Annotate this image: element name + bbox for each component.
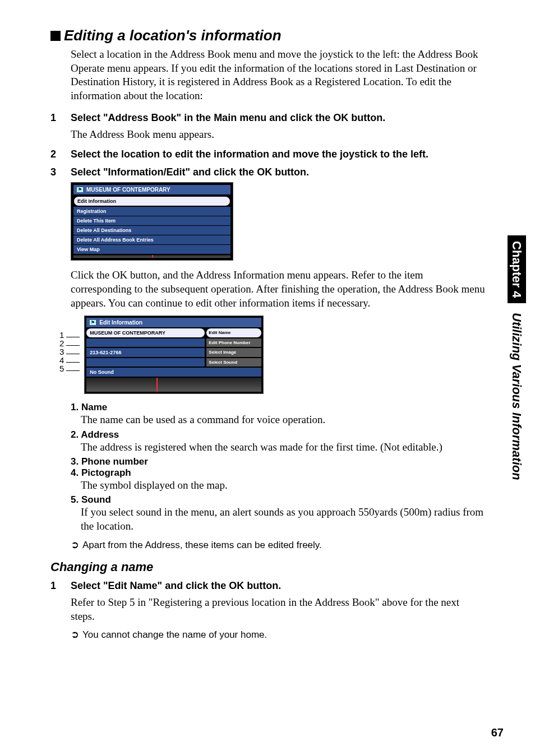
step-number: 1	[50, 579, 71, 592]
info-row-picto	[86, 358, 205, 367]
step-number: 2	[50, 147, 71, 161]
def-desc: The name can be used as a command for vo…	[81, 413, 485, 426]
callout: 5	[59, 365, 64, 373]
step-title: Select the location to edit the informat…	[71, 147, 495, 161]
changing-name-step-1-body: Refer to Step 5 in "Registering a previo…	[71, 596, 486, 623]
info-row-sound: No Sound	[86, 368, 261, 377]
btn-edit-phone: Edit Phone Number	[206, 338, 261, 347]
subsection-heading: Changing a name	[50, 560, 495, 574]
note-1: ➲ Apart from the Address, these items ca…	[71, 540, 495, 551]
def-num: 5.	[71, 494, 79, 505]
chapter-number: Chapter 4	[508, 235, 526, 303]
btn-edit-name: Edit Name	[206, 328, 261, 337]
def-term: Phone number	[81, 456, 148, 467]
callout: 4	[59, 356, 64, 364]
flag-icon: ⚑	[77, 187, 83, 192]
paragraph-after-shot-a: Click the OK button, and the Address Inf…	[71, 268, 486, 310]
step-3: 3 Select "Information/Edit" and click th…	[50, 165, 495, 179]
def-term: Address	[81, 429, 119, 440]
square-bullet-icon	[50, 31, 61, 41]
def-term: Name	[81, 402, 107, 412]
step-1-body: The Address Book menu appears.	[71, 128, 486, 142]
screenshot-edit-information: 1 2 3 4 5 ⚑Edit Information MUSEUM OF CO…	[59, 316, 495, 394]
step-title: Select "Address Book" in the Main menu a…	[71, 111, 495, 124]
def-num: 4.	[71, 467, 79, 478]
step-2: 2 Select the location to edit the inform…	[50, 147, 495, 161]
menu-item: Delete All Destinations	[73, 225, 230, 235]
map-background	[86, 378, 261, 392]
info-row-phone: 213-621-2766	[86, 348, 205, 357]
screenshot-title: MUSEUM OF CONTEMPORARY	[86, 187, 170, 193]
definition-list: 1. Name The name can be used as a comman…	[71, 402, 495, 533]
def-term: Pictograph	[81, 467, 131, 478]
note-text: Apart from the Address, these items can …	[82, 540, 322, 551]
def-desc: If you select sound in the menu, an aler…	[81, 505, 485, 533]
screenshot-operate-menu: ⚑MUSEUM OF CONTEMPORARY Edit Information…	[71, 182, 495, 261]
def-num: 2.	[71, 429, 79, 440]
screenshot-title: Edit Information	[99, 319, 142, 326]
step-title: Select "Information/Edit" and click the …	[71, 165, 495, 179]
flag-icon: ⚑	[90, 320, 96, 325]
step-number: 1	[50, 111, 71, 124]
chapter-title: Utilizing Various Information	[508, 307, 526, 486]
map-background	[73, 255, 230, 258]
step-number: 3	[50, 165, 71, 179]
intro-paragraph: Select a location in the Address Book me…	[71, 48, 486, 103]
def-desc: The address is registered when the searc…	[81, 440, 485, 454]
menu-item: Delete This Item	[73, 216, 230, 225]
note-arrow-icon: ➲	[71, 540, 79, 550]
def-num: 3.	[71, 456, 79, 467]
menu-item: Delete All Address Book Entries	[73, 235, 230, 244]
def-desc: The symbol displayed on the map.	[81, 479, 485, 492]
info-row-address	[86, 338, 205, 347]
page-number: 67	[491, 726, 504, 739]
note-2: ➲ You cannot change the name of your hom…	[71, 629, 495, 641]
callout: 2	[59, 340, 64, 347]
step-title: Select "Edit Name" and click the OK butt…	[71, 579, 495, 592]
def-term: Sound	[81, 494, 111, 505]
menu-item: Registration	[73, 206, 230, 216]
def-num: 1.	[71, 402, 79, 412]
info-row-name: MUSEUM OF CONTEMPORARY	[86, 328, 205, 337]
btn-select-sound: Select Sound	[206, 358, 261, 367]
callout: 3	[59, 348, 64, 356]
step-1: 1 Select "Address Book" in the Main menu…	[50, 111, 495, 124]
section-heading: Editing a location's information	[50, 27, 495, 44]
callout: 1	[59, 331, 64, 339]
note-text: You cannot change the name of your home.	[82, 629, 267, 641]
btn-select-image: Select Image	[206, 348, 261, 357]
section-heading-text: Editing a location's information	[64, 27, 282, 44]
changing-name-step-1: 1 Select "Edit Name" and click the OK bu…	[50, 579, 495, 592]
menu-item: Edit Information	[73, 196, 230, 206]
callout-numbers: 1 2 3 4 5	[59, 316, 80, 373]
menu-item: View Map	[73, 244, 230, 254]
note-arrow-icon: ➲	[71, 629, 79, 639]
chapter-side-tab: Chapter 4 Utilizing Various Information	[509, 235, 524, 485]
